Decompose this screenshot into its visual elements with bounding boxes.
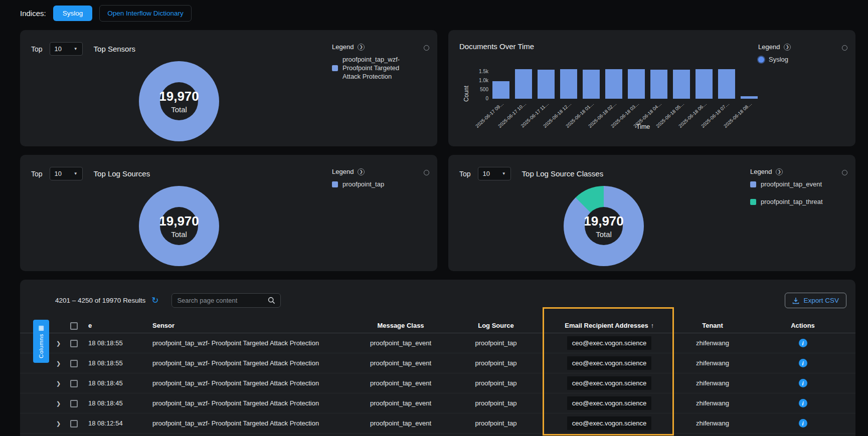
legend-swatch-icon [750,181,756,187]
legend: Legend ❯ proofpoint_tap_event proofpoint… [750,168,831,206]
legend-item[interactable]: proofpoint_tap [332,180,413,189]
bars [492,66,758,99]
cell-message-class: proofpoint_tap_event [353,359,448,367]
header-sensor[interactable]: Sensor [152,322,353,329]
legend-swatch-icon [332,65,338,71]
panel-top-sensors: Top 10 ▼ Top Sensors 19,970 Total Legend… [20,30,437,146]
row-checkbox[interactable] [70,340,78,347]
cell-email-recipient[interactable]: ceo@exec.vogon.science [567,376,651,390]
x-labels: 2025-06-17 09…2025-06-17 10…2025-06-17 1… [463,101,774,136]
sort-asc-icon: ↑ [651,322,654,329]
table-row: ❯ 18 08:12:54 proofpoint_tap_wzf- Proofp… [20,413,855,433]
export-csv-button[interactable]: Export CSV [785,293,846,308]
chevron-down-icon: ▼ [502,171,506,176]
refresh-icon[interactable]: ↻ [151,296,158,305]
table-row: ❯ 18 08:18:45 proofpoint_tap_wzf- Proofp… [20,373,855,393]
cell-message-class: proofpoint_tap_event [353,379,448,387]
bar[interactable] [673,70,690,99]
header-email-recipient-addresses[interactable]: Email Recipient Addresses↑ [544,322,675,329]
bar[interactable] [718,69,735,99]
bar[interactable] [583,70,600,99]
header-tenant[interactable]: Tenant [675,322,750,329]
donut-total-label: Total [171,105,187,114]
cell-email-recipient[interactable]: ceo@exec.vogon.science [567,336,651,350]
columns-button[interactable]: ▦ Columns [33,320,49,363]
cell-time: 18 08:18:45 [88,399,152,407]
header-message-class[interactable]: Message Class [353,322,448,329]
info-icon[interactable]: i [799,419,807,427]
bar[interactable] [741,96,758,99]
row-checkbox[interactable] [70,360,78,367]
legend-title: Legend [750,168,772,175]
info-icon[interactable]: i [799,399,807,407]
expand-row-icon[interactable]: ❯ [56,400,61,406]
chevron-down-icon: ▼ [74,171,78,176]
bar[interactable] [538,70,555,99]
top-n-select[interactable]: 10 ▼ [50,42,83,56]
legend-radio-icon [758,57,764,63]
legend-title: Legend [332,43,354,51]
panel-handle-icon[interactable] [424,170,429,175]
cell-log-source: proofpoint_tap [448,399,544,407]
top-n-value: 10 [483,170,490,177]
cell-email-recipient[interactable]: ceo@exec.vogon.science [567,356,651,370]
info-icon[interactable]: i [799,339,807,347]
cell-tenant: zhifenwang [675,339,750,347]
legend-item[interactable]: proofpoint_tap_threat [750,198,831,206]
cell-log-source: proofpoint_tap [448,339,544,347]
expand-row-icon[interactable]: ❯ [56,340,61,346]
info-icon[interactable]: i [799,359,807,367]
export-csv-label: Export CSV [803,297,839,304]
row-checkbox[interactable] [70,400,78,407]
row-checkbox[interactable] [70,380,78,387]
search-input[interactable] [177,297,264,304]
cell-message-class: proofpoint_tap_event [353,419,448,427]
donut-total-label: Total [596,230,612,239]
legend-toggle-icon[interactable]: ❯ [358,44,365,51]
top-sensors-donut-chart[interactable]: 19,970 Total [139,61,219,141]
bar[interactable] [560,69,577,99]
donut-total-label: Total [171,230,187,239]
legend-item[interactable]: Syslog [758,56,823,64]
results-count: 4201 – 4250 of 19970 Results [55,297,145,304]
download-icon [792,297,799,304]
top-n-select[interactable]: 10 ▼ [50,167,83,180]
bar[interactable] [605,69,622,99]
info-icon[interactable]: i [799,379,807,387]
header-log-source[interactable]: Log Source [448,322,544,329]
legend-toggle-icon[interactable]: ❯ [784,44,791,51]
panel-handle-icon[interactable] [842,170,847,175]
bar[interactable] [650,70,667,99]
bar[interactable] [515,69,532,99]
legend-item-label: proofpoint_tap_event [761,180,822,189]
panel-handle-icon[interactable] [842,45,847,51]
cell-email-recipient[interactable]: ceo@exec.vogon.science [567,416,651,430]
syslog-index-button[interactable]: Syslog [53,6,93,21]
panel-top-log-sources: Top 10 ▼ Top Log Sources 19,970 Total Le… [20,155,437,271]
legend-toggle-icon[interactable]: ❯ [776,168,783,175]
bar[interactable] [696,69,713,99]
results-table-panel: ▦ Columns 4201 – 4250 of 19970 Results ↻… [20,280,855,436]
expand-row-icon[interactable]: ❯ [56,360,61,366]
cell-log-source: proofpoint_tap [448,379,544,387]
bar[interactable] [492,81,509,99]
header-time[interactable]: e [88,322,152,329]
open-interflow-dictionary-button[interactable]: Open Interflow Dictionary [99,5,192,22]
legend-item-label: proofpoint_tap [342,180,384,189]
expand-row-icon[interactable]: ❯ [56,380,61,386]
expand-row-icon[interactable]: ❯ [56,420,61,426]
legend-toggle-icon[interactable]: ❯ [358,168,365,175]
legend-item[interactable]: proofpoint_tap_wzf- Proofpoint Targeted … [332,56,413,81]
search-box[interactable] [171,293,281,308]
top-log-source-classes-donut-chart[interactable]: 19,970 Total [564,186,644,266]
legend-item-label: proofpoint_tap_threat [761,198,823,206]
top-n-value: 10 [55,45,62,53]
top-log-sources-donut-chart[interactable]: 19,970 Total [139,186,219,266]
select-all-checkbox[interactable] [70,322,78,330]
row-checkbox[interactable] [70,420,78,427]
bar[interactable] [628,69,645,99]
cell-email-recipient[interactable]: ceo@exec.vogon.science [567,396,651,410]
legend-item[interactable]: proofpoint_tap_event [750,180,831,189]
top-n-select[interactable]: 10 ▼ [478,167,511,180]
panel-handle-icon[interactable] [424,45,429,51]
